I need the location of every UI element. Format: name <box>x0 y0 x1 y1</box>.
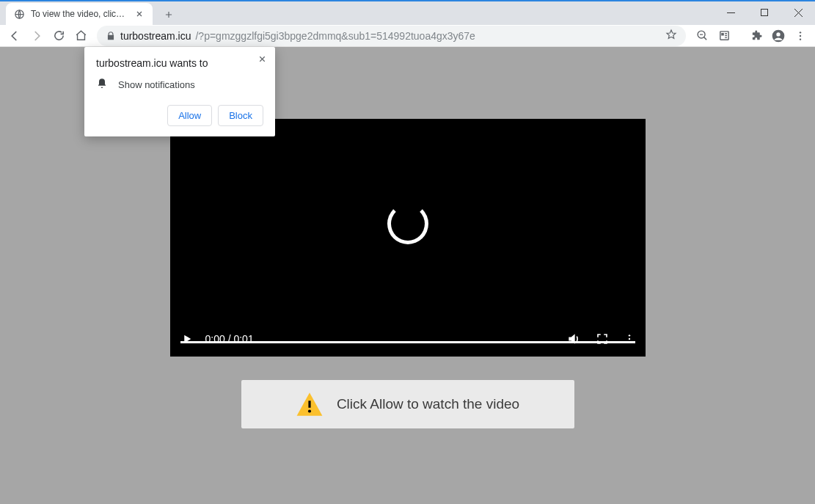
svg-rect-4 <box>721 34 723 35</box>
zoom-out-icon[interactable] <box>692 26 712 46</box>
home-button[interactable] <box>70 26 91 46</box>
play-icon[interactable] <box>180 332 194 346</box>
toolbar-right <box>692 26 811 46</box>
browser-toolbar: turbostream.icu/?p=gmzggzlfgi5gi3bpge2dm… <box>0 25 815 47</box>
profile-icon[interactable] <box>768 26 789 46</box>
svg-point-9 <box>800 38 801 40</box>
svg-rect-13 <box>308 401 310 408</box>
menu-icon[interactable] <box>790 26 811 46</box>
video-progress[interactable] <box>180 341 635 343</box>
permission-popup: turbostream.icu wants to Show notificati… <box>84 47 275 136</box>
svg-point-11 <box>628 338 629 340</box>
video-progress-fill <box>180 341 635 343</box>
popup-close-icon[interactable] <box>256 53 268 65</box>
page-content: 0:00 / 0:01 Click Allow to watch the vid… <box>0 47 815 504</box>
maximize-button[interactable] <box>748 1 781 23</box>
close-window-button[interactable] <box>781 1 815 23</box>
lock-icon <box>106 31 116 41</box>
warning-icon <box>296 390 324 418</box>
extensions-icon[interactable] <box>746 26 767 46</box>
volume-icon[interactable] <box>566 332 581 346</box>
block-button[interactable]: Block <box>218 105 263 126</box>
new-tab-button[interactable] <box>158 4 179 25</box>
svg-point-10 <box>628 335 629 336</box>
permission-request-row: Show notifications <box>96 78 263 92</box>
instruction-banner: Click Allow to watch the video <box>241 380 574 428</box>
forward-button[interactable] <box>26 26 47 46</box>
reload-button[interactable] <box>48 26 69 46</box>
bell-icon <box>96 78 108 92</box>
minimize-button[interactable] <box>714 1 748 23</box>
tab-title: To view the video, click the Allow <box>31 9 128 19</box>
browser-tab[interactable]: To view the video, click the Allow <box>6 3 153 25</box>
banner-text: Click Allow to watch the video <box>337 396 519 412</box>
video-controls: 0:00 / 0:01 <box>170 321 646 357</box>
tab-close-icon[interactable] <box>134 8 145 20</box>
svg-point-14 <box>308 409 311 412</box>
url-domain: turbostream.icu <box>120 30 191 42</box>
svg-point-8 <box>800 34 801 36</box>
titlebar: To view the video, click the Allow <box>0 0 815 25</box>
svg-point-7 <box>800 32 801 33</box>
window-controls <box>714 1 815 25</box>
reader-icon[interactable] <box>714 26 734 46</box>
fullscreen-icon[interactable] <box>596 332 609 346</box>
loading-spinner-icon <box>387 203 428 244</box>
bookmark-star-icon[interactable] <box>665 29 677 43</box>
video-player[interactable]: 0:00 / 0:01 <box>170 119 646 357</box>
url-path: /?p=gmzggzlfgi5gi3bpge2dmmq&sub1=514992t… <box>195 30 475 42</box>
permission-request-text: Show notifications <box>118 79 195 90</box>
address-bar[interactable]: turbostream.icu/?p=gmzggzlfgi5gi3bpge2dm… <box>97 26 686 46</box>
allow-button[interactable]: Allow <box>167 105 212 126</box>
svg-rect-1 <box>761 10 768 16</box>
svg-point-6 <box>776 32 780 36</box>
globe-icon <box>13 8 25 20</box>
permission-actions: Allow Block <box>96 105 263 126</box>
back-button[interactable] <box>4 26 25 46</box>
permission-title: turbostream.icu wants to <box>96 57 263 69</box>
tab-strip: To view the video, click the Allow <box>0 1 179 25</box>
